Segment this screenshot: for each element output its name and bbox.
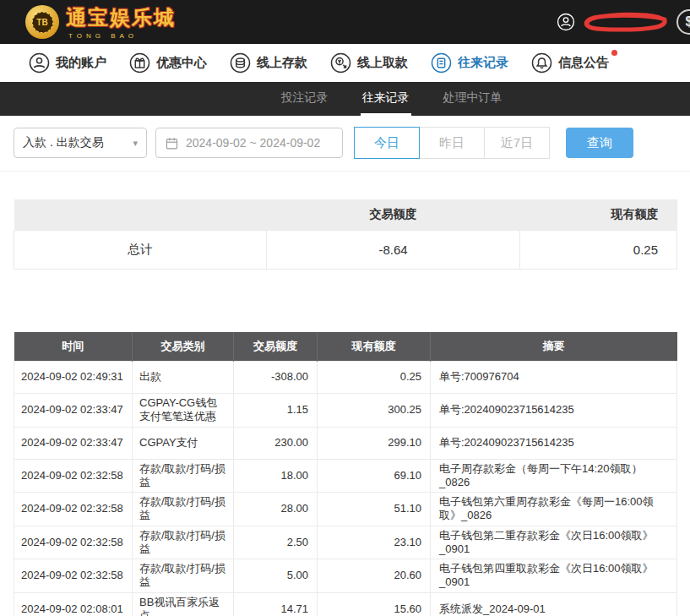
gift-icon bbox=[129, 52, 150, 74]
transactions-section: 时间 交易类别 交易额度 现有额度 摘要 2024-09-02 02:49:31… bbox=[14, 332, 676, 616]
deposit-coins-icon bbox=[230, 52, 251, 74]
last7days-button[interactable]: 近7日 bbox=[484, 127, 550, 159]
summary-section: 交易额度 现有额度 总计 -8.64 0.25 bbox=[14, 199, 676, 270]
nav-label: 往来记录 bbox=[458, 55, 508, 71]
nav-item-my-account[interactable]: 我的账户 bbox=[29, 52, 106, 74]
cell-summary: 电子钱包第二重存款彩金《次日16:00领取》_0901 bbox=[431, 526, 677, 559]
transactions-body: 2024-09-02 02:49:31 出款 -308.00 0.25 单号:7… bbox=[14, 362, 677, 616]
cell-type: 出款 bbox=[133, 362, 234, 394]
bell-icon bbox=[531, 52, 552, 74]
cell-summary: 系统派发_2024-09-01 bbox=[431, 592, 677, 616]
cell-amount: 2.50 bbox=[234, 526, 318, 559]
date-range-input[interactable]: 2024-09-02 ~ 2024-09-02 bbox=[155, 128, 343, 158]
col-header-summary: 摘要 bbox=[431, 332, 677, 362]
table-row: 2024-09-02 02:49:31 出款 -308.00 0.25 单号:7… bbox=[14, 362, 677, 394]
nav-item-notices[interactable]: 信息公告 bbox=[531, 52, 609, 74]
logo[interactable]: TB 通宝娱乐城 TONG BAO bbox=[25, 4, 176, 40]
cell-balance: 69.10 bbox=[318, 459, 431, 493]
username-redaction bbox=[579, 11, 673, 33]
col-header-amount: 交易额度 bbox=[234, 332, 318, 362]
summary-total-row: 总计 -8.64 0.25 bbox=[14, 230, 677, 269]
notification-dot bbox=[611, 50, 617, 56]
cell-amount: 18.00 bbox=[234, 459, 318, 493]
cell-time: 2024-09-02 02:33:47 bbox=[14, 427, 133, 459]
table-row: 2024-09-02 02:33:47 CGPAY支付 230.00 299.1… bbox=[14, 427, 677, 459]
cell-type: 存款/取款/打码/损益 bbox=[133, 459, 234, 493]
col-header-time: 时间 bbox=[14, 332, 133, 362]
nav-item-deposit[interactable]: 线上存款 bbox=[230, 52, 307, 74]
main-nav: 我的账户 优惠中心 线上存款 bbox=[0, 44, 690, 82]
table-row: 2024-09-02 02:32:58 存款/取款/打码/损益 2.50 23.… bbox=[14, 526, 677, 559]
quick-range-group: 今日 昨日 近7日 bbox=[354, 127, 550, 159]
tab-label: 往来记录 bbox=[362, 90, 410, 106]
cell-type: CGPAY-CG钱包支付笔笔送优惠 bbox=[133, 394, 234, 428]
nav-label: 线上存款 bbox=[257, 55, 307, 71]
nav-item-withdraw[interactable]: 线上取款 bbox=[330, 52, 408, 74]
col-header-type: 交易类别 bbox=[133, 332, 234, 362]
cell-summary: 电子钱包第四重取款彩金《次日16:00领取》_0901 bbox=[431, 559, 677, 593]
table-row: 2024-09-02 02:32:58 存款/取款/打码/损益 18.00 69… bbox=[14, 459, 677, 493]
cell-type: BB视讯百家乐返点 bbox=[133, 592, 234, 616]
table-row: 2024-09-02 02:33:47 CGPAY-CG钱包支付笔笔送优惠 1.… bbox=[14, 394, 677, 428]
cell-amount: -308.00 bbox=[234, 362, 318, 394]
summary-header-row: 交易额度 现有额度 bbox=[14, 199, 677, 230]
table-row: 2024-09-02 02:08:01 BB视讯百家乐返点 14.71 15.6… bbox=[14, 592, 677, 616]
cell-balance: 23.10 bbox=[318, 526, 431, 559]
summary-total-balance: 0.25 bbox=[520, 230, 677, 269]
records-icon bbox=[431, 52, 452, 74]
cell-summary: 电子周存款彩金（每周一下午14:20领取）_0826 bbox=[431, 459, 677, 493]
summary-total-amount: -8.64 bbox=[267, 230, 520, 269]
cell-balance: 20.60 bbox=[318, 559, 431, 593]
tab-betting-records[interactable]: 投注记录 bbox=[280, 82, 330, 116]
tab-label: 投注记录 bbox=[281, 90, 329, 106]
transaction-type-select[interactable]: 入款 . 出款交易 ▾ bbox=[14, 128, 147, 158]
cell-amount: 230.00 bbox=[234, 427, 318, 459]
summary-total-label: 总计 bbox=[14, 230, 267, 269]
filter-bar: 入款 . 出款交易 ▾ 2024-09-02 ~ 2024-09-02 今日 昨… bbox=[0, 116, 690, 172]
tab-label: 处理中订单 bbox=[443, 90, 503, 106]
cell-summary: 单号:202409023715614235 bbox=[431, 427, 677, 459]
tab-transaction-records[interactable]: 往来记录 bbox=[361, 82, 411, 116]
table-row: 2024-09-02 02:32:58 存款/取款/打码/损益 5.00 20.… bbox=[14, 559, 677, 593]
cell-summary: 电子钱包第六重周存款彩金《每周一16:00领取》_0826 bbox=[431, 493, 677, 526]
today-button[interactable]: 今日 bbox=[354, 127, 420, 159]
cell-balance: 51.10 bbox=[318, 493, 431, 526]
cell-amount: 5.00 bbox=[234, 559, 318, 593]
tab-processing-orders[interactable]: 处理中订单 bbox=[442, 82, 504, 116]
cell-time: 2024-09-02 02:32:58 bbox=[14, 526, 133, 559]
search-button[interactable]: 查询 bbox=[566, 128, 633, 158]
table-row: 2024-09-02 02:32:58 存款/取款/打码/损益 28.00 51… bbox=[14, 493, 677, 526]
cell-amount: 28.00 bbox=[234, 493, 318, 526]
nav-item-promotions[interactable]: 优惠中心 bbox=[129, 52, 207, 74]
cell-time: 2024-09-02 02:32:58 bbox=[14, 459, 133, 493]
cell-balance: 0.25 bbox=[318, 362, 431, 394]
date-range-value: 2024-09-02 ~ 2024-09-02 bbox=[186, 136, 320, 150]
summary-header-amount: 交易额度 bbox=[267, 199, 520, 230]
yesterday-button[interactable]: 昨日 bbox=[419, 127, 485, 159]
cell-time: 2024-09-02 02:32:58 bbox=[14, 559, 133, 593]
cell-summary: 单号:202409023715614235 bbox=[431, 394, 677, 428]
cell-time: 2024-09-02 02:32:58 bbox=[14, 493, 133, 526]
cell-time: 2024-09-02 02:49:31 bbox=[14, 362, 133, 394]
logo-title: 通宝娱乐城 bbox=[66, 4, 176, 31]
cell-summary: 单号:700976704 bbox=[431, 362, 677, 394]
cell-balance: 15.60 bbox=[318, 592, 431, 616]
calendar-icon bbox=[165, 136, 179, 150]
summary-header-balance: 现有额度 bbox=[520, 199, 677, 230]
sub-nav: 投注记录 往来记录 处理中订单 bbox=[0, 82, 690, 116]
cell-amount: 14.71 bbox=[234, 592, 318, 616]
logo-coin-icon: TB bbox=[25, 5, 59, 39]
cell-type: 存款/取款/打码/损益 bbox=[133, 493, 234, 526]
dollar-icon[interactable]: $ bbox=[676, 9, 690, 35]
cell-balance: 299.10 bbox=[318, 427, 431, 459]
cell-type: CGPAY支付 bbox=[133, 427, 234, 459]
cell-amount: 1.15 bbox=[234, 394, 318, 428]
user-icon[interactable] bbox=[557, 13, 575, 31]
cell-time: 2024-09-02 02:33:47 bbox=[14, 394, 133, 428]
nav-item-records[interactable]: 往来记录 bbox=[431, 52, 508, 74]
top-right-area: $ bbox=[557, 9, 690, 35]
select-value: 入款 . 出款交易 bbox=[23, 135, 104, 150]
account-icon bbox=[29, 52, 50, 74]
col-header-balance: 现有额度 bbox=[318, 332, 431, 362]
cell-type: 存款/取款/打码/损益 bbox=[133, 559, 234, 593]
